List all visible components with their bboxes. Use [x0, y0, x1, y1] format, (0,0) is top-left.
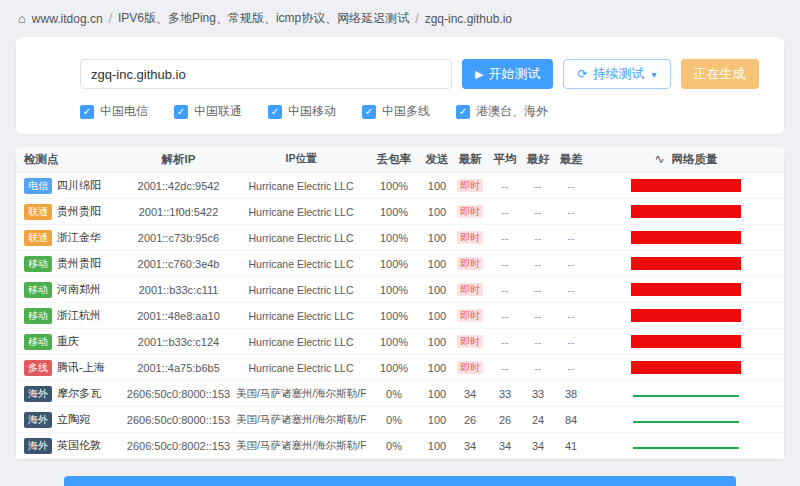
node-name: 重庆	[57, 334, 79, 349]
table-header-row: 检测点 解析IP IP位置 丢包率 发送 最新 平均 最好 最差 ∿ 网络质量	[16, 146, 784, 173]
best-value: --	[522, 206, 554, 218]
node-name: 英国伦敦	[57, 438, 101, 453]
latest-value: 即时	[457, 309, 483, 322]
quality-cell	[588, 257, 784, 270]
checkbox-label: 港澳台、海外	[476, 103, 548, 120]
test-toolbar-card: ▶ 开始测试 ⟳ 持续测试 ▾ 正在生成 ✓ 中国电信 ✓ 中国联通 ✓ 中国移…	[16, 37, 784, 134]
breadcrumb-site[interactable]: www.itdog.cn	[32, 12, 103, 26]
quality-cell	[588, 413, 784, 426]
quality-indicator	[631, 439, 741, 452]
latest-value: 即时	[457, 361, 483, 374]
worst-value: 38	[554, 388, 588, 400]
quality-cell	[588, 335, 784, 348]
best-value: --	[522, 284, 554, 296]
resolved-ip: 2001::b33c:c111	[121, 284, 236, 296]
checkbox-label: 中国移动	[288, 103, 336, 120]
loss-rate: 0%	[366, 414, 422, 426]
carrier-badge: 多线	[24, 360, 52, 376]
header-best: 最好	[522, 152, 554, 167]
table-row: 海外 英国伦敦 2606:50c0:8002::153 美国/马萨诸塞州/海尔斯…	[16, 433, 784, 459]
sent-count: 100	[422, 180, 452, 192]
avg-value: --	[488, 180, 522, 192]
latest-cell: 即时	[452, 283, 488, 297]
ip-location: 美国/马萨诸塞州/海尔斯勒/Fastly, Inc.	[236, 387, 366, 401]
quality-cell	[588, 231, 784, 244]
carrier-badge: 联通	[24, 230, 52, 246]
loss-rate: 100%	[366, 232, 422, 244]
carrier-filter-row: ✓ 中国电信 ✓ 中国联通 ✓ 中国移动 ✓ 中国多线 ✓ 港澳台、海外	[80, 103, 760, 120]
avg-value: 26	[488, 414, 522, 426]
best-value: --	[522, 180, 554, 192]
avg-value: --	[488, 362, 522, 374]
carrier-badge: 联通	[24, 204, 52, 220]
avg-value: --	[488, 232, 522, 244]
quality-cell	[588, 283, 784, 296]
node-name: 浙江杭州	[57, 308, 101, 323]
carrier-filter-checkbox[interactable]: ✓ 中国移动	[268, 103, 336, 120]
carrier-badge: 移动	[24, 308, 52, 324]
ip-location: 美国/马萨诸塞州/海尔斯勒/Fastly, Inc.	[236, 413, 366, 427]
continuous-test-label: 持续测试	[593, 65, 645, 83]
avg-value: --	[488, 310, 522, 322]
best-value: --	[522, 310, 554, 322]
resolved-ip: 2001::42dc:9542	[121, 180, 236, 192]
quality-indicator	[631, 231, 741, 244]
table-row: 海外 立陶宛 2606:50c0:8000::153 美国/马萨诸塞州/海尔斯勒…	[16, 407, 784, 433]
ip-location: Hurricane Electric LLC	[236, 232, 366, 244]
loss-rate: 100%	[366, 180, 422, 192]
latest-cell: 即时	[452, 361, 488, 375]
carrier-filter-checkbox[interactable]: ✓ 港澳台、海外	[456, 103, 548, 120]
loss-rate: 100%	[366, 362, 422, 374]
carrier-filter-checkbox[interactable]: ✓ 中国联通	[174, 103, 242, 120]
avg-value: --	[488, 284, 522, 296]
resolved-ip: 2001::c760:3e4b	[121, 258, 236, 270]
test-input-row: ▶ 开始测试 ⟳ 持续测试 ▾ 正在生成	[80, 59, 760, 89]
quality-cell	[588, 179, 784, 192]
table-row: 海外 摩尔多瓦 2606:50c0:8000::153 美国/马萨诸塞州/海尔斯…	[16, 381, 784, 407]
quality-indicator	[631, 205, 741, 218]
latest-value: 即时	[457, 283, 483, 296]
checkbox-icon: ✓	[362, 105, 376, 119]
quality-indicator	[631, 257, 741, 270]
resolved-ip: 2606:50c0:8002::153	[121, 440, 236, 452]
checkbox-icon: ✓	[456, 105, 470, 119]
worst-value: --	[554, 180, 588, 192]
best-value: 33	[522, 388, 554, 400]
carrier-badge: 移动	[24, 334, 52, 350]
carrier-badge: 海外	[24, 412, 52, 428]
node-name: 河南郑州	[57, 282, 101, 297]
latest-cell: 即时	[452, 335, 488, 349]
host-input[interactable]	[80, 59, 452, 89]
latest-cell: 即时	[452, 257, 488, 271]
loss-rate: 100%	[366, 336, 422, 348]
table-row: 多线 腾讯-上海 2001::4a75:b6b5 Hurricane Elect…	[16, 355, 784, 381]
resolved-ip: 2001::1f0d:5422	[121, 206, 236, 218]
breadcrumb-target[interactable]: zgq-inc.github.io	[425, 12, 512, 26]
pulse-icon: ∿	[654, 152, 664, 166]
sent-count: 100	[422, 336, 452, 348]
refresh-icon: ⟳	[577, 67, 587, 81]
resolved-ip: 2001::48e8:aa10	[121, 310, 236, 322]
quality-indicator	[631, 283, 741, 296]
latest-value: 即时	[457, 231, 483, 244]
start-test-button[interactable]: ▶ 开始测试	[462, 59, 553, 89]
checkbox-icon: ✓	[174, 105, 188, 119]
continuous-test-button[interactable]: ⟳ 持续测试 ▾	[563, 59, 670, 89]
carrier-badge: 移动	[24, 282, 52, 298]
latest-value: 即时	[457, 179, 483, 192]
latest-value: 34	[464, 440, 476, 452]
loss-rate: 100%	[366, 310, 422, 322]
header-quality: ∿ 网络质量	[588, 152, 784, 167]
avg-value: --	[488, 206, 522, 218]
table-row: 联通 贵州贵阳 2001::1f0d:5422 Hurricane Electr…	[16, 199, 784, 225]
carrier-filter-checkbox[interactable]: ✓ 中国多线	[362, 103, 430, 120]
table-row: 移动 浙江杭州 2001::48e8:aa10 Hurricane Electr…	[16, 303, 784, 329]
best-value: --	[522, 336, 554, 348]
resolved-ip: 2001::b33c:c124	[121, 336, 236, 348]
generating-label: 正在生成	[694, 65, 746, 83]
breadcrumb-section[interactable]: IPV6版、多地Ping、常规版、icmp协议、网络延迟测试	[118, 10, 409, 27]
avg-value: 34	[488, 440, 522, 452]
carrier-filter-checkbox[interactable]: ✓ 中国电信	[80, 103, 148, 120]
node-name: 浙江金华	[57, 230, 101, 245]
sent-count: 100	[422, 362, 452, 374]
